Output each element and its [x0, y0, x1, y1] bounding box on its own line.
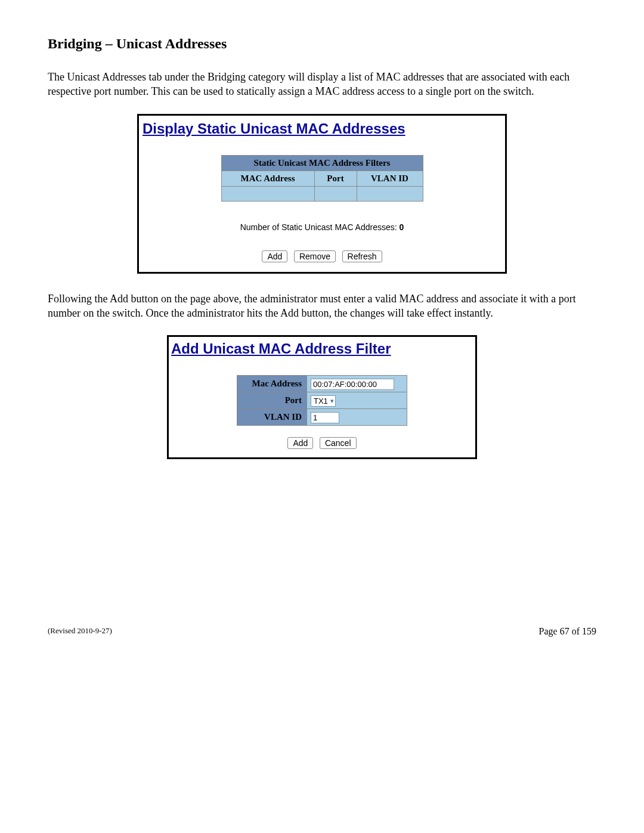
cancel-button[interactable]: Cancel: [320, 437, 357, 449]
remove-button[interactable]: Remove: [294, 250, 336, 262]
vlan-id-label: VLAN ID: [237, 409, 307, 426]
add-filter-panel: Add Unicast MAC Address Filter Mac Addre…: [167, 335, 477, 459]
chevron-down-icon: ▾: [330, 397, 334, 405]
col-vlan-id: VLAN ID: [357, 171, 423, 186]
add-button[interactable]: Add: [262, 250, 287, 262]
panel2-button-row: Add Cancel: [171, 436, 473, 449]
col-port: Port: [314, 171, 357, 186]
page-heading: Bridging – Unicast Addresses: [48, 36, 596, 52]
page-number: Page 67 of 159: [539, 626, 596, 637]
add-filter-form: Mac Address Port TX1 ▾ VLAN ID: [237, 375, 407, 426]
add-filter-title: Add Unicast MAC Address Filter: [171, 340, 473, 357]
panel1-button-row: Add Remove Refresh: [143, 250, 501, 262]
unicast-filters-table: Static Unicast MAC Address Filters MAC A…: [221, 155, 423, 202]
unicast-count-value: 0: [400, 222, 404, 232]
unicast-count-label: Number of Static Unicast MAC Addresses:: [240, 222, 400, 232]
port-select-value: TX1: [314, 397, 328, 405]
mac-address-input[interactable]: [311, 379, 394, 390]
filters-table-caption: Static Unicast MAC Address Filters: [221, 155, 423, 171]
display-unicast-panel: Display Static Unicast MAC Addresses Sta…: [137, 114, 507, 274]
display-unicast-title: Display Static Unicast MAC Addresses: [143, 120, 501, 137]
col-mac-address: MAC Address: [221, 171, 314, 186]
cell-port-empty: [314, 186, 357, 201]
cell-vlan-empty: [357, 186, 423, 201]
vlan-id-input[interactable]: [311, 412, 339, 423]
mac-address-label: Mac Address: [237, 376, 307, 392]
unicast-count-line: Number of Static Unicast MAC Addresses: …: [143, 222, 501, 232]
table-row: [221, 186, 423, 201]
port-select[interactable]: TX1 ▾: [311, 395, 336, 407]
refresh-button[interactable]: Refresh: [342, 250, 382, 262]
add-filter-submit-button[interactable]: Add: [287, 437, 313, 449]
intro-paragraph-1: The Unicast Addresses tab under the Brid…: [48, 70, 596, 99]
intro-paragraph-2: Following the Add button on the page abo…: [48, 292, 596, 321]
page-footer: (Revised 2010-9-27) Page 67 of 159: [48, 626, 596, 637]
cell-mac-empty: [221, 186, 314, 201]
port-label: Port: [237, 392, 307, 409]
revised-date: (Revised 2010-9-27): [48, 626, 112, 636]
